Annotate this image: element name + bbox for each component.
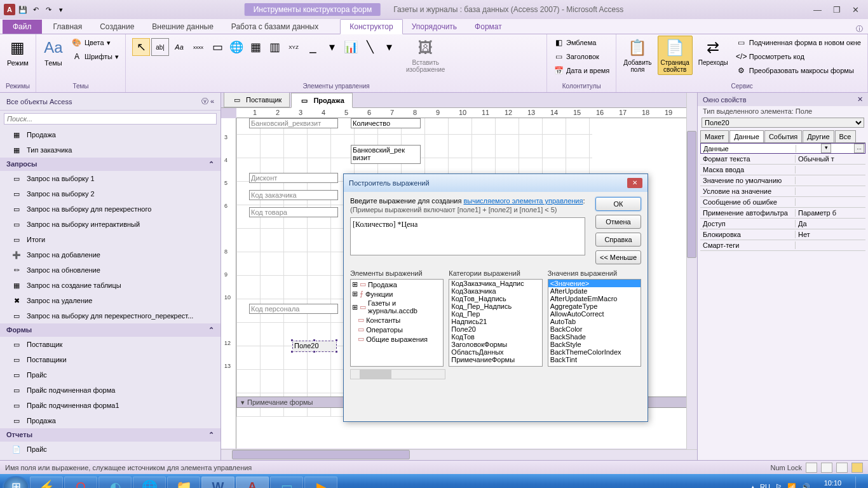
file-tab[interactable]: Файл bbox=[3, 20, 42, 34]
colors-button[interactable]: 🎨Цвета ▾ bbox=[69, 36, 121, 50]
list-item[interactable]: Код_Пер bbox=[449, 310, 541, 318]
list-item[interactable]: Код_Пер_Надпись bbox=[449, 302, 541, 310]
restore-icon[interactable]: ❐ bbox=[833, 5, 841, 15]
field-label[interactable]: Банковский_реквизит bbox=[249, 118, 338, 128]
nav-group-queries[interactable]: Запросы⌃ bbox=[0, 158, 220, 171]
doc-tab[interactable]: ▭Продажа bbox=[291, 93, 352, 108]
help-button[interactable]: Справка bbox=[595, 233, 641, 247]
ok-button[interactable]: ОК bbox=[595, 197, 641, 211]
pointer-control[interactable]: ↖ bbox=[132, 38, 150, 56]
nav-form-item[interactable]: ▭Прайс подчиненная форма bbox=[0, 383, 220, 398]
field-label[interactable]: Код заказчика bbox=[249, 190, 338, 200]
show-desktop-button[interactable] bbox=[855, 477, 862, 488]
label-control[interactable]: Aa bbox=[170, 38, 188, 56]
hyperlink-control[interactable]: 🌐 bbox=[227, 38, 245, 56]
nav-form-item[interactable]: ▭Прайс подчиненная форма1 bbox=[0, 398, 220, 413]
list-item[interactable]: AutoTab bbox=[548, 318, 641, 325]
taskbar-app[interactable]: ◐ bbox=[98, 477, 132, 488]
add-fields-button[interactable]: 📋 Добавить поля bbox=[620, 36, 654, 75]
scrollbar-horizontal[interactable] bbox=[350, 369, 445, 379]
chevron-down-icon[interactable]: ⓥ bbox=[201, 97, 208, 105]
dropdown-icon[interactable]: ▾ bbox=[821, 144, 831, 153]
list-item[interactable]: КодТов bbox=[449, 333, 541, 341]
field-label[interactable]: Дисконт bbox=[249, 173, 338, 183]
property-row[interactable]: Маска ввода bbox=[700, 165, 865, 175]
nav-group-reports[interactable]: Отчеты⌃ bbox=[0, 428, 220, 442]
nav-header[interactable]: Все объекты Access ⓥ « bbox=[0, 93, 220, 111]
prop-tab[interactable]: Все bbox=[835, 130, 856, 142]
list-item[interactable]: Надпись21 bbox=[449, 318, 541, 325]
taskbar-access[interactable]: A bbox=[236, 477, 269, 488]
list-item[interactable]: BackStyle bbox=[548, 341, 641, 348]
fonts-button[interactable]: AШрифты ▾ bbox=[69, 50, 121, 64]
list-item[interactable]: КодЗаказчика bbox=[449, 287, 541, 295]
tree-item[interactable]: ▭ Константы bbox=[351, 315, 443, 325]
emblem-button[interactable]: ◧Эмблема bbox=[551, 36, 612, 50]
redo-icon[interactable]: ↷ bbox=[43, 4, 53, 15]
nav-query-item[interactable]: ▭Итоги bbox=[0, 232, 220, 247]
prop-object-selector[interactable]: Поле20 bbox=[702, 118, 864, 128]
ribbon-tab[interactable]: Внешние данные bbox=[143, 20, 222, 34]
taskbar-winamp[interactable]: ⚡ bbox=[30, 477, 63, 488]
nav-query-item[interactable]: ▭Запрос на выборку для перекрестного bbox=[0, 201, 220, 217]
themes-button[interactable]: Aa Темы bbox=[40, 36, 67, 69]
nav-group-forms[interactable]: Формы⌃ bbox=[0, 323, 220, 337]
less-button[interactable]: << Меньше bbox=[595, 250, 641, 264]
prop-tab[interactable]: События bbox=[764, 130, 802, 142]
prop-tab-data[interactable]: Данные bbox=[729, 130, 764, 142]
doc-tab[interactable]: ▭Поставщик bbox=[224, 93, 290, 107]
subform-window-button[interactable]: ▭Подчиненная форма в новом окне bbox=[734, 36, 864, 50]
taskbar-word[interactable]: W bbox=[201, 477, 234, 488]
property-row[interactable]: Сообщение об ошибке bbox=[700, 197, 865, 208]
list-item[interactable]: ЗаголовокФормы bbox=[449, 341, 541, 348]
property-row[interactable]: ДоступДа bbox=[700, 219, 865, 229]
list-item[interactable]: AfterUpdate bbox=[548, 287, 641, 295]
qat-more-icon[interactable]: ▾ bbox=[56, 4, 66, 15]
taskbar-chrome[interactable]: 🌐 bbox=[133, 477, 166, 488]
view-layout-button[interactable] bbox=[836, 463, 848, 473]
property-row[interactable]: Применение автофильтраПараметр б bbox=[700, 208, 865, 219]
nav-query-item[interactable]: ▭Запрос на выборку интерактивный bbox=[0, 217, 220, 232]
tray-volume-icon[interactable]: 🔊 bbox=[801, 483, 810, 489]
dialog-titlebar[interactable]: Построитель выражений ✕ bbox=[344, 174, 648, 192]
tree-item[interactable]: ⊞⨍ Функции bbox=[351, 289, 443, 299]
help-link[interactable]: вычисляемого элемента управления bbox=[463, 197, 583, 205]
list-item[interactable]: AllowAutoCorrect bbox=[548, 310, 641, 318]
line-control[interactable]: ╲ bbox=[361, 38, 379, 56]
tree-item[interactable]: ▭ Общие выражения bbox=[351, 334, 443, 344]
undo-icon[interactable]: ↶ bbox=[31, 4, 41, 15]
header-button[interactable]: ▭Заголовок bbox=[551, 50, 612, 64]
ribbon-tab[interactable]: Главная bbox=[44, 20, 92, 34]
taskbar-mediaplayer[interactable]: ▶ bbox=[304, 477, 337, 488]
list-item[interactable]: BackTint bbox=[548, 356, 641, 363]
tray-flag-icon[interactable]: 🏳 bbox=[775, 483, 782, 488]
convert-macros-button[interactable]: ⚙Преобразовать макросы формы bbox=[734, 64, 864, 78]
more-controls[interactable]: ▾ bbox=[380, 38, 398, 56]
view-design-button[interactable] bbox=[851, 463, 863, 473]
tree-item[interactable]: ⊞▭ Продажа bbox=[351, 280, 443, 289]
tray-time[interactable]: 10:10 bbox=[815, 479, 850, 487]
field-label[interactable]: Код персонала bbox=[249, 304, 338, 314]
nav-query-item[interactable]: ▦Запрос на создание таблицы bbox=[0, 278, 220, 293]
nav-table-item[interactable]: ▦Тип заказчика bbox=[0, 142, 220, 158]
tree-item[interactable]: ⊞▭ Газеты и журналы.accdb bbox=[351, 299, 443, 315]
list-item[interactable]: <Значение> bbox=[548, 280, 641, 287]
view-datasheet-button[interactable] bbox=[821, 463, 832, 473]
nav-query-item[interactable]: ▭Запрос на выборку 1 bbox=[0, 171, 220, 186]
cancel-button[interactable]: Отмена bbox=[595, 215, 641, 229]
field-label[interactable]: Код товара bbox=[249, 207, 338, 217]
expression-values-list[interactable]: <Значение>AfterUpdateAfterUpdateEmMacroA… bbox=[548, 279, 641, 367]
expression-elements-tree[interactable]: ⊞▭ Продажа⊞⨍ Функции⊞▭ Газеты и журналы.… bbox=[350, 279, 444, 367]
tab-order-button[interactable]: ⇄ Переходы bbox=[695, 36, 731, 68]
search-input[interactable] bbox=[4, 113, 217, 125]
property-row[interactable]: Формат текстаОбычный т bbox=[700, 154, 865, 165]
list-item[interactable]: КодЗаказчика_Надпис bbox=[449, 280, 541, 287]
optiongroup-control[interactable]: XYZ bbox=[285, 38, 302, 56]
minimize-icon[interactable]: — bbox=[813, 5, 822, 15]
builder-button[interactable]: ... bbox=[854, 144, 864, 153]
taskbar-explorer[interactable]: 📁 bbox=[167, 477, 200, 488]
property-row[interactable]: БлокировкаНет bbox=[700, 229, 865, 240]
nav-form-item[interactable]: ▭Прайс bbox=[0, 367, 220, 383]
prop-tab[interactable]: Макет bbox=[700, 130, 729, 142]
taskbar-app[interactable]: ▭ bbox=[270, 477, 303, 488]
